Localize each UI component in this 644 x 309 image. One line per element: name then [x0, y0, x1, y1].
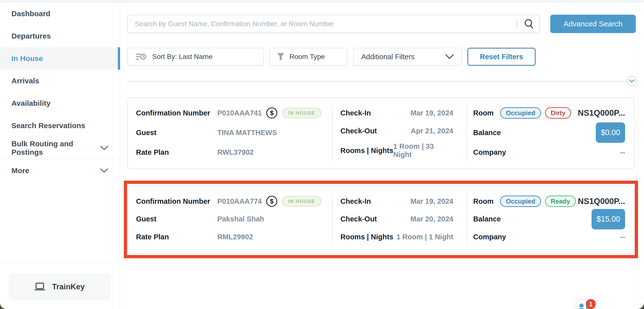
advanced-search-button[interactable]: Advanced Search	[550, 15, 636, 33]
sidebar-item-label: Bulk Routing and Postings	[12, 140, 100, 156]
additional-filters-dropdown[interactable]: Additional Filters	[353, 48, 462, 66]
app-window: Dashboard Departures In House Arrivals A…	[0, 0, 644, 309]
rooms-nights-row: Rooms | Nights 1 Room | 33 Night	[340, 142, 453, 159]
housekeeping-status-badge: Ready	[545, 196, 576, 207]
rooms-nights-row: Rooms | Nights 1 Room | 1 Night	[340, 230, 453, 243]
trainkey-label: TrainKey	[52, 282, 85, 291]
rooms-nights-label: Rooms | Nights	[340, 233, 393, 241]
guest-row: Guest Pakshal Shah	[136, 213, 328, 226]
trainkey-button[interactable]: TrainKey	[9, 274, 110, 299]
balance-label: Balance	[473, 215, 501, 223]
checkout-value: Apr 21, 2024	[411, 127, 453, 135]
funnel-icon	[276, 52, 285, 61]
sidebar-item-dashboard[interactable]: Dashboard	[0, 3, 120, 25]
balance-row: Balance $15.00	[473, 209, 625, 229]
sort-by-label: Sort By: Last Name	[152, 53, 212, 61]
company-value: --	[620, 148, 625, 156]
top-toolbar-edge	[0, 0, 644, 3]
sidebar-item-more[interactable]: More	[0, 159, 120, 182]
guest-value: TINA MATTHEWS	[217, 129, 277, 137]
sidebar-item-label: Search Reservations	[12, 121, 85, 130]
in-house-status-badge: IN HOUSE	[282, 108, 321, 118]
occupancy-status-badge: Occupied	[500, 107, 541, 119]
rate-plan-row: Rate Plan RML29902	[136, 230, 328, 243]
checkin-value: Mar 19, 2024	[410, 197, 453, 205]
company-row: Company --	[473, 146, 625, 159]
company-row: Company --	[473, 230, 625, 243]
checkin-label: Check-In	[340, 197, 371, 205]
payment-dollar-icon[interactable]: $	[266, 108, 277, 118]
confirmation-label: Confirmation Number	[136, 197, 217, 205]
occupancy-status-badge: Occupied	[500, 196, 541, 207]
checkout-label: Check-Out	[340, 127, 377, 135]
laptop-icon	[34, 282, 45, 291]
room-type-label: Room Type	[290, 53, 325, 61]
room-row: Room Occupied Dirty NS1Q000P...	[473, 107, 625, 119]
sidebar-item-label: Availability	[12, 99, 50, 108]
guest-label: Guest	[136, 129, 217, 137]
sidebar-footer: TrainKey	[0, 262, 120, 309]
balance-button[interactable]: $0.00	[596, 122, 625, 143]
checkout-row: Check-Out Apr 21, 2024	[340, 124, 453, 137]
checkout-value: Mar 20, 2024	[410, 215, 453, 223]
confirmation-value: P010AAA774	[217, 197, 262, 205]
card-guest-section: Confirmation Number P010AAA741 $ IN HOUS…	[128, 98, 332, 169]
checkin-label: Check-In	[340, 109, 371, 117]
sidebar-item-label: Dashboard	[12, 10, 50, 18]
card-dates-section: Check-In Mar 19, 2024 Check-Out Apr 21, …	[332, 98, 466, 169]
guest-row: Guest TINA MATTHEWS	[136, 126, 328, 139]
room-number: NS1Q000P...	[578, 108, 625, 118]
sidebar-item-availability[interactable]: Availability	[0, 92, 120, 114]
card-room-section: Room Occupied Ready NS1Q000P... Balance …	[466, 186, 634, 253]
sidebar-item-departures[interactable]: Departures	[0, 25, 120, 47]
sidebar-item-in-house[interactable]: In House	[0, 47, 120, 70]
balance-button[interactable]: $15.00	[592, 209, 625, 229]
guest-value: Pakshal Shah	[217, 215, 264, 223]
room-type-filter-button[interactable]: Room Type	[270, 48, 348, 66]
section-divider	[127, 81, 628, 82]
reset-filters-button[interactable]: Reset Filters	[468, 48, 536, 66]
company-label: Company	[473, 148, 506, 156]
card-guest-section: Confirmation Number P010AAA774 $ IN HOUS…	[128, 186, 332, 253]
collapse-toggle-button[interactable]	[627, 76, 637, 86]
rate-plan-label: Rate Plan	[136, 148, 217, 156]
confirmation-label: Confirmation Number	[136, 109, 217, 117]
sidebar-item-bulk-routing[interactable]: Bulk Routing and Postings	[0, 137, 120, 159]
rate-plan-row: Rate Plan RWL37902	[136, 146, 328, 159]
reservation-card[interactable]: Confirmation Number P010AAA774 $ IN HOUS…	[127, 186, 635, 254]
window-right-edge	[638, 3, 638, 309]
checkin-value: Mar 19, 2024	[410, 109, 453, 117]
company-value: --	[620, 233, 625, 241]
reservation-card[interactable]: Confirmation Number P010AAA741 $ IN HOUS…	[127, 98, 635, 169]
sidebar-item-arrivals[interactable]: Arrivals	[0, 70, 120, 92]
card-room-section: Room Occupied Dirty NS1Q000P... Balance …	[466, 98, 634, 169]
checkin-row: Check-In Mar 19, 2024	[340, 107, 453, 119]
payment-dollar-icon[interactable]: $	[266, 196, 277, 207]
confirmation-row: Confirmation Number P010AAA774 $ IN HOUS…	[136, 195, 328, 208]
notification-badge[interactable]: 1	[586, 299, 596, 309]
checkout-row: Check-Out Mar 20, 2024	[340, 213, 453, 226]
checkout-label: Check-Out	[340, 215, 377, 223]
search-input[interactable]	[127, 15, 540, 33]
rate-plan-label: Rate Plan	[136, 233, 217, 241]
balance-row: Balance $0.00	[473, 122, 625, 143]
sidebar: Dashboard Departures In House Arrivals A…	[0, 3, 120, 309]
sidebar-item-label: Arrivals	[12, 77, 39, 85]
card-dates-section: Check-In Mar 19, 2024 Check-Out Mar 20, …	[332, 186, 466, 253]
chevron-down-icon	[100, 146, 108, 151]
in-house-status-badge: IN HOUSE	[282, 196, 321, 206]
sidebar-item-search-reservations[interactable]: Search Reservations	[0, 114, 120, 137]
rate-plan-value: RML29902	[217, 233, 253, 241]
room-row: Room Occupied Ready NS1Q000P...	[473, 195, 625, 208]
search-icon[interactable]	[523, 18, 535, 30]
search-input-divider	[516, 20, 517, 29]
rooms-nights-value: 1 Room | 1 Night	[396, 233, 453, 241]
sort-by-button[interactable]: Sort By: Last Name	[127, 48, 264, 66]
checkin-row: Check-In Mar 19, 2024	[340, 195, 453, 208]
guest-label: Guest	[136, 215, 217, 223]
confirmation-row: Confirmation Number P010AAA741 $ IN HOUS…	[136, 107, 328, 119]
sidebar-item-label: Departures	[12, 32, 51, 40]
chevron-down-icon	[445, 54, 454, 60]
confirmation-value: P010AAA741	[217, 109, 262, 117]
chevron-down-icon	[100, 168, 108, 173]
